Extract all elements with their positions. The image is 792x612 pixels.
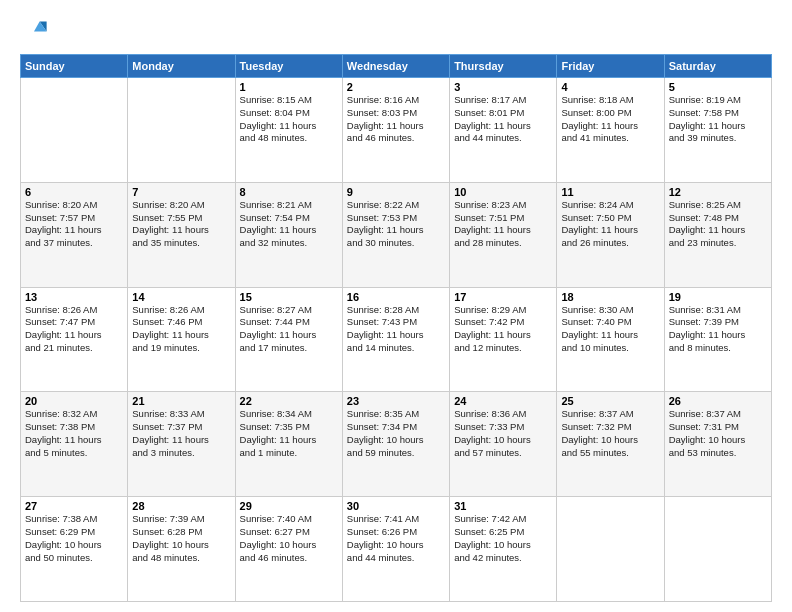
col-header-wednesday: Wednesday bbox=[342, 55, 449, 78]
day-detail: Sunrise: 8:18 AM Sunset: 8:00 PM Dayligh… bbox=[561, 94, 659, 145]
day-cell: 18Sunrise: 8:30 AM Sunset: 7:40 PM Dayli… bbox=[557, 287, 664, 392]
day-number: 20 bbox=[25, 395, 123, 407]
day-number: 26 bbox=[669, 395, 767, 407]
week-row-1: 6Sunrise: 8:20 AM Sunset: 7:57 PM Daylig… bbox=[21, 182, 772, 287]
day-detail: Sunrise: 7:40 AM Sunset: 6:27 PM Dayligh… bbox=[240, 513, 338, 564]
day-detail: Sunrise: 8:29 AM Sunset: 7:42 PM Dayligh… bbox=[454, 304, 552, 355]
day-cell: 13Sunrise: 8:26 AM Sunset: 7:47 PM Dayli… bbox=[21, 287, 128, 392]
day-number: 1 bbox=[240, 81, 338, 93]
day-number: 24 bbox=[454, 395, 552, 407]
day-detail: Sunrise: 8:37 AM Sunset: 7:31 PM Dayligh… bbox=[669, 408, 767, 459]
calendar-body: 1Sunrise: 8:15 AM Sunset: 8:04 PM Daylig… bbox=[21, 78, 772, 602]
header-row: SundayMondayTuesdayWednesdayThursdayFrid… bbox=[21, 55, 772, 78]
day-number: 11 bbox=[561, 186, 659, 198]
day-cell: 7Sunrise: 8:20 AM Sunset: 7:55 PM Daylig… bbox=[128, 182, 235, 287]
day-number: 30 bbox=[347, 500, 445, 512]
day-detail: Sunrise: 8:30 AM Sunset: 7:40 PM Dayligh… bbox=[561, 304, 659, 355]
day-number: 16 bbox=[347, 291, 445, 303]
page: SundayMondayTuesdayWednesdayThursdayFrid… bbox=[0, 0, 792, 612]
day-detail: Sunrise: 8:23 AM Sunset: 7:51 PM Dayligh… bbox=[454, 199, 552, 250]
day-cell: 29Sunrise: 7:40 AM Sunset: 6:27 PM Dayli… bbox=[235, 497, 342, 602]
day-number: 28 bbox=[132, 500, 230, 512]
day-cell bbox=[21, 78, 128, 183]
day-detail: Sunrise: 8:26 AM Sunset: 7:46 PM Dayligh… bbox=[132, 304, 230, 355]
col-header-sunday: Sunday bbox=[21, 55, 128, 78]
day-number: 29 bbox=[240, 500, 338, 512]
day-cell: 30Sunrise: 7:41 AM Sunset: 6:26 PM Dayli… bbox=[342, 497, 449, 602]
day-cell: 9Sunrise: 8:22 AM Sunset: 7:53 PM Daylig… bbox=[342, 182, 449, 287]
day-detail: Sunrise: 8:35 AM Sunset: 7:34 PM Dayligh… bbox=[347, 408, 445, 459]
day-detail: Sunrise: 8:37 AM Sunset: 7:32 PM Dayligh… bbox=[561, 408, 659, 459]
col-header-friday: Friday bbox=[557, 55, 664, 78]
day-cell: 11Sunrise: 8:24 AM Sunset: 7:50 PM Dayli… bbox=[557, 182, 664, 287]
day-number: 15 bbox=[240, 291, 338, 303]
week-row-0: 1Sunrise: 8:15 AM Sunset: 8:04 PM Daylig… bbox=[21, 78, 772, 183]
day-detail: Sunrise: 8:17 AM Sunset: 8:01 PM Dayligh… bbox=[454, 94, 552, 145]
week-row-4: 27Sunrise: 7:38 AM Sunset: 6:29 PM Dayli… bbox=[21, 497, 772, 602]
day-number: 23 bbox=[347, 395, 445, 407]
col-header-thursday: Thursday bbox=[450, 55, 557, 78]
day-cell: 14Sunrise: 8:26 AM Sunset: 7:46 PM Dayli… bbox=[128, 287, 235, 392]
day-cell bbox=[664, 497, 771, 602]
day-detail: Sunrise: 8:15 AM Sunset: 8:04 PM Dayligh… bbox=[240, 94, 338, 145]
day-detail: Sunrise: 7:38 AM Sunset: 6:29 PM Dayligh… bbox=[25, 513, 123, 564]
day-number: 12 bbox=[669, 186, 767, 198]
day-cell: 22Sunrise: 8:34 AM Sunset: 7:35 PM Dayli… bbox=[235, 392, 342, 497]
day-number: 4 bbox=[561, 81, 659, 93]
day-detail: Sunrise: 8:19 AM Sunset: 7:58 PM Dayligh… bbox=[669, 94, 767, 145]
day-cell: 8Sunrise: 8:21 AM Sunset: 7:54 PM Daylig… bbox=[235, 182, 342, 287]
day-detail: Sunrise: 8:33 AM Sunset: 7:37 PM Dayligh… bbox=[132, 408, 230, 459]
day-number: 6 bbox=[25, 186, 123, 198]
day-detail: Sunrise: 8:26 AM Sunset: 7:47 PM Dayligh… bbox=[25, 304, 123, 355]
day-cell: 21Sunrise: 8:33 AM Sunset: 7:37 PM Dayli… bbox=[128, 392, 235, 497]
logo bbox=[20, 16, 52, 44]
day-cell: 4Sunrise: 8:18 AM Sunset: 8:00 PM Daylig… bbox=[557, 78, 664, 183]
day-detail: Sunrise: 7:39 AM Sunset: 6:28 PM Dayligh… bbox=[132, 513, 230, 564]
day-cell: 17Sunrise: 8:29 AM Sunset: 7:42 PM Dayli… bbox=[450, 287, 557, 392]
day-cell: 5Sunrise: 8:19 AM Sunset: 7:58 PM Daylig… bbox=[664, 78, 771, 183]
col-header-saturday: Saturday bbox=[664, 55, 771, 78]
day-number: 5 bbox=[669, 81, 767, 93]
calendar-header: SundayMondayTuesdayWednesdayThursdayFrid… bbox=[21, 55, 772, 78]
day-detail: Sunrise: 8:36 AM Sunset: 7:33 PM Dayligh… bbox=[454, 408, 552, 459]
week-row-3: 20Sunrise: 8:32 AM Sunset: 7:38 PM Dayli… bbox=[21, 392, 772, 497]
calendar-table: SundayMondayTuesdayWednesdayThursdayFrid… bbox=[20, 54, 772, 602]
day-detail: Sunrise: 8:34 AM Sunset: 7:35 PM Dayligh… bbox=[240, 408, 338, 459]
day-number: 21 bbox=[132, 395, 230, 407]
day-number: 13 bbox=[25, 291, 123, 303]
day-cell bbox=[128, 78, 235, 183]
day-cell: 12Sunrise: 8:25 AM Sunset: 7:48 PM Dayli… bbox=[664, 182, 771, 287]
day-detail: Sunrise: 7:41 AM Sunset: 6:26 PM Dayligh… bbox=[347, 513, 445, 564]
day-cell: 1Sunrise: 8:15 AM Sunset: 8:04 PM Daylig… bbox=[235, 78, 342, 183]
day-number: 14 bbox=[132, 291, 230, 303]
day-detail: Sunrise: 8:20 AM Sunset: 7:55 PM Dayligh… bbox=[132, 199, 230, 250]
day-number: 31 bbox=[454, 500, 552, 512]
day-detail: Sunrise: 8:28 AM Sunset: 7:43 PM Dayligh… bbox=[347, 304, 445, 355]
day-detail: Sunrise: 8:27 AM Sunset: 7:44 PM Dayligh… bbox=[240, 304, 338, 355]
day-number: 25 bbox=[561, 395, 659, 407]
day-cell: 27Sunrise: 7:38 AM Sunset: 6:29 PM Dayli… bbox=[21, 497, 128, 602]
day-number: 27 bbox=[25, 500, 123, 512]
day-cell: 31Sunrise: 7:42 AM Sunset: 6:25 PM Dayli… bbox=[450, 497, 557, 602]
day-number: 7 bbox=[132, 186, 230, 198]
day-number: 22 bbox=[240, 395, 338, 407]
day-number: 9 bbox=[347, 186, 445, 198]
week-row-2: 13Sunrise: 8:26 AM Sunset: 7:47 PM Dayli… bbox=[21, 287, 772, 392]
day-number: 18 bbox=[561, 291, 659, 303]
day-cell: 25Sunrise: 8:37 AM Sunset: 7:32 PM Dayli… bbox=[557, 392, 664, 497]
day-number: 17 bbox=[454, 291, 552, 303]
day-detail: Sunrise: 8:32 AM Sunset: 7:38 PM Dayligh… bbox=[25, 408, 123, 459]
col-header-tuesday: Tuesday bbox=[235, 55, 342, 78]
day-cell: 24Sunrise: 8:36 AM Sunset: 7:33 PM Dayli… bbox=[450, 392, 557, 497]
day-number: 3 bbox=[454, 81, 552, 93]
day-cell bbox=[557, 497, 664, 602]
day-cell: 28Sunrise: 7:39 AM Sunset: 6:28 PM Dayli… bbox=[128, 497, 235, 602]
day-cell: 19Sunrise: 8:31 AM Sunset: 7:39 PM Dayli… bbox=[664, 287, 771, 392]
day-detail: Sunrise: 8:24 AM Sunset: 7:50 PM Dayligh… bbox=[561, 199, 659, 250]
logo-icon bbox=[20, 16, 48, 44]
day-number: 19 bbox=[669, 291, 767, 303]
day-cell: 16Sunrise: 8:28 AM Sunset: 7:43 PM Dayli… bbox=[342, 287, 449, 392]
day-detail: Sunrise: 7:42 AM Sunset: 6:25 PM Dayligh… bbox=[454, 513, 552, 564]
day-cell: 15Sunrise: 8:27 AM Sunset: 7:44 PM Dayli… bbox=[235, 287, 342, 392]
day-detail: Sunrise: 8:31 AM Sunset: 7:39 PM Dayligh… bbox=[669, 304, 767, 355]
